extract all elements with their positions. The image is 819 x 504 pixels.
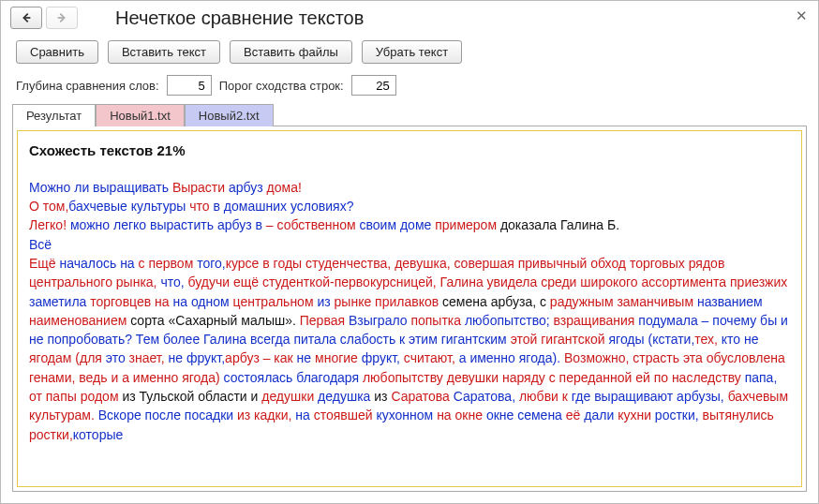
modal-window: Нечеткое сравнение текстов ✕ Сравнить Вс…: [0, 0, 819, 504]
depth-label: Глубина сравнения слов:: [16, 79, 159, 93]
diff-added: в домашних условиях?: [214, 199, 354, 214]
diff-same: доказала Галина Б.: [500, 217, 619, 232]
titlebar: Нечеткое сравнение текстов ✕: [1, 1, 818, 33]
diff-added: Можно ли выращивать: [29, 180, 172, 195]
diff-added: названием: [697, 294, 763, 309]
forward-button[interactable]: [46, 7, 78, 29]
diff-added: любопытство;: [465, 313, 554, 328]
compare-button[interactable]: Сравнить: [16, 40, 98, 64]
diff-removed: дедушки: [261, 389, 318, 404]
diff-removed: наименованием: [29, 313, 130, 328]
diff-removed: считают,: [404, 350, 459, 365]
diff-added: окне семена: [486, 408, 566, 422]
diff-removed: из кадки,: [237, 408, 295, 422]
diff-removed: знает,: [129, 350, 169, 365]
diff-removed: от папы родом: [29, 389, 122, 404]
diff-added: из: [317, 294, 334, 309]
arrow-right-icon: [55, 11, 68, 24]
diff-removed: центральном: [233, 294, 318, 309]
diff-removed: Вырасти: [172, 180, 229, 195]
diff-added: на одном: [172, 294, 232, 309]
params-row: Глубина сравнения слов: Порог сходства с…: [1, 71, 818, 103]
similarity-heading: Схожесть текстов 21%: [29, 141, 790, 161]
nav-buttons: [10, 7, 78, 29]
diff-removed: радужным заманчивым: [550, 294, 697, 309]
diff-added: папа,: [745, 370, 778, 385]
diff-added: Саратова,: [454, 389, 519, 404]
diff-removed: что: [189, 199, 213, 214]
diff-added: того,: [197, 256, 226, 271]
diff-added: не: [297, 350, 315, 365]
diff-removed: – собственном: [266, 217, 360, 232]
diff-removed: арбуз – как: [225, 350, 297, 365]
diff-removed: любви к: [519, 389, 572, 404]
window-title: Нечеткое сравнение текстов: [87, 7, 364, 29]
diff-added: Вскоре после посадки: [98, 408, 237, 422]
diff-removed: этой гигантской: [511, 332, 609, 347]
diff-added: дали: [584, 408, 618, 422]
tab-content: Схожесть текстов 21% Можно ли выращивать…: [12, 126, 807, 492]
diff-same: из Тульской области и: [122, 389, 261, 404]
diff-removed: Ещё: [29, 256, 60, 271]
result-pane[interactable]: Схожесть текстов 21% Можно ли выращивать…: [17, 130, 802, 487]
threshold-input[interactable]: [351, 75, 396, 96]
diff-added: бахчевые культуры: [68, 199, 189, 214]
diff-removed: Первая: [300, 313, 349, 328]
diff-added: кто не: [722, 332, 759, 347]
paste-files-button[interactable]: Вставить файлы: [230, 40, 352, 64]
diff-added: ягоды (кстати,: [609, 332, 695, 347]
threshold-label: Порог сходства строк:: [219, 79, 344, 93]
diff-added: а именно ягода).: [459, 350, 564, 365]
diff-removed: тех,: [694, 332, 722, 347]
diff-added: своим доме: [360, 217, 436, 232]
diff-removed: дома!: [267, 180, 302, 195]
diff-removed: её: [566, 408, 584, 422]
paste-text-button[interactable]: Вставить текст: [108, 40, 220, 64]
diff-added: не фрукт,: [169, 350, 226, 365]
diff-removed: примером: [435, 217, 500, 232]
diff-removed: Легко!: [29, 217, 70, 232]
diff-removed: будучи ещё студенткой-первокурсницей, Га…: [188, 274, 788, 289]
diff-added: которые: [73, 427, 123, 442]
diff-added: где выращивают арбузы,: [572, 389, 728, 404]
diff-text: Можно ли выращивать Вырасти арбуз дома!О…: [29, 178, 790, 444]
diff-added: ростки,: [655, 408, 703, 422]
clear-text-button[interactable]: Убрать текст: [362, 40, 462, 64]
tab-result[interactable]: Результат: [12, 104, 96, 126]
diff-added: фрукт,: [362, 350, 404, 365]
back-button[interactable]: [10, 7, 42, 29]
diff-added: арбуз: [229, 180, 267, 195]
close-icon: ✕: [796, 7, 808, 24]
diff-removed: О том,: [29, 199, 68, 214]
diff-added: Всё: [29, 237, 52, 252]
tab-file2[interactable]: Новый2.txt: [185, 104, 274, 126]
diff-added: кухонном: [376, 408, 437, 422]
diff-removed: Саратова: [391, 389, 453, 404]
depth-input[interactable]: [167, 75, 212, 96]
diff-added: заметила: [29, 294, 90, 309]
diff-added: на: [295, 408, 313, 422]
diff-removed: взращивания: [554, 313, 639, 328]
diff-same: сорта «Сахарный малыш».: [130, 313, 300, 328]
diff-removed: рынке прилавков: [335, 294, 443, 309]
arrow-left-icon: [20, 11, 33, 24]
diff-added: это: [106, 350, 129, 365]
diff-removed: ягодам (для: [29, 350, 106, 365]
diff-added: началось на: [60, 256, 139, 271]
diff-removed: торговцев на: [90, 294, 172, 309]
tab-file1[interactable]: Новый1.txt: [96, 104, 185, 126]
diff-removed: стоявшей: [314, 408, 377, 422]
tabs: Результат Новый1.txt Новый2.txt: [1, 103, 818, 126]
diff-added: можно легко вырастить арбуз в: [70, 217, 266, 232]
diff-same: из: [374, 389, 391, 404]
toolbar: Сравнить Вставить текст Вставить файлы У…: [1, 33, 818, 71]
close-button[interactable]: ✕: [792, 7, 811, 25]
diff-removed: на окне: [437, 408, 486, 422]
diff-added: что,: [160, 274, 187, 289]
diff-added: Взыграло: [349, 313, 411, 328]
diff-removed: с первом: [139, 256, 198, 271]
diff-removed: любопытству девушки наряду с переданной …: [363, 370, 745, 385]
diff-removed: кухни: [618, 408, 655, 422]
diff-removed: многие: [315, 350, 362, 365]
diff-added: состоялась благодаря: [224, 370, 363, 385]
